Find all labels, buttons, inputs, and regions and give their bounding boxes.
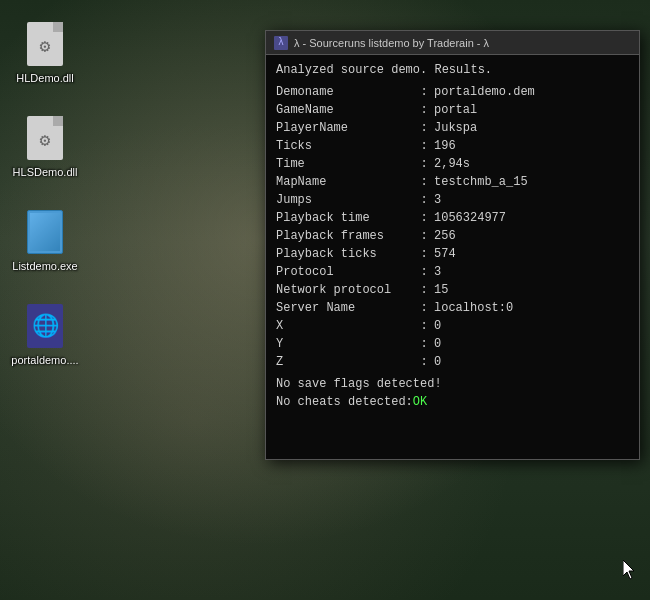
terminal-data-row: Server Name: localhost:0 (276, 299, 629, 317)
row-separator: : (414, 173, 434, 191)
terminal-body[interactable]: Analyzed source demo. Results. Demoname:… (266, 55, 639, 459)
row-value: 256 (434, 227, 456, 245)
row-label: Demoname (276, 83, 414, 101)
terminal-title: λ - Sourceruns listdemo by Traderain - λ (294, 37, 631, 49)
listdemo-exe-label: Listdemo.exe (12, 260, 77, 272)
terminal-data-row: GameName: portal (276, 101, 629, 119)
row-value: 15 (434, 281, 448, 299)
row-value: 2,94s (434, 155, 470, 173)
desktop-icons: ⚙ HLDemo.dll ⚙ HLSDemo.dll Listdemo.exe … (0, 0, 90, 386)
row-value: 574 (434, 245, 456, 263)
row-value: 0 (434, 317, 441, 335)
row-label: Time (276, 155, 414, 173)
no-cheats-prefix: No cheats detected: (276, 393, 413, 411)
footer-no-cheats: No cheats detected: OK (276, 393, 629, 411)
row-label: MapName (276, 173, 414, 191)
globe-icon (27, 304, 63, 348)
footer-no-save: No save flags detected! (276, 375, 629, 393)
terminal-icon: λ (274, 36, 288, 50)
terminal-data-row: PlayerName: Jukspa (276, 119, 629, 137)
terminal-data-row: Jumps: 3 (276, 191, 629, 209)
row-label: Network protocol (276, 281, 414, 299)
row-value: testchmb_a_15 (434, 173, 528, 191)
row-label: Z (276, 353, 414, 371)
hldemo-dll-image: ⚙ (25, 20, 65, 68)
row-label: Playback time (276, 209, 414, 227)
row-separator: : (414, 335, 434, 353)
row-value: portal (434, 101, 477, 119)
terminal-rows: Demoname: portaldemo.demGameName: portal… (276, 83, 629, 371)
row-separator: : (414, 209, 434, 227)
row-label: Server Name (276, 299, 414, 317)
row-separator: : (414, 263, 434, 281)
terminal-data-row: Y: 0 (276, 335, 629, 353)
row-separator: : (414, 83, 434, 101)
row-value: 196 (434, 137, 456, 155)
file-gear-icon: ⚙ (27, 22, 63, 66)
row-label: Ticks (276, 137, 414, 155)
terminal-data-row: Z: 0 (276, 353, 629, 371)
terminal-titlebar[interactable]: λ λ - Sourceruns listdemo by Traderain -… (266, 31, 639, 55)
terminal-window: λ λ - Sourceruns listdemo by Traderain -… (265, 30, 640, 460)
row-separator: : (414, 119, 434, 137)
terminal-data-row: Network protocol: 15 (276, 281, 629, 299)
no-cheats-ok: OK (413, 393, 427, 411)
file-gear-icon-2: ⚙ (27, 116, 63, 160)
portaldemo-icon[interactable]: portaldemo.... (10, 302, 80, 366)
row-label: GameName (276, 101, 414, 119)
row-separator: : (414, 227, 434, 245)
hlsdemo-dll-image: ⚙ (25, 114, 65, 162)
row-separator: : (414, 299, 434, 317)
terminal-data-row: Playback ticks: 574 (276, 245, 629, 263)
terminal-data-row: Time: 2,94s (276, 155, 629, 173)
row-separator: : (414, 191, 434, 209)
hldemo-dll-label: HLDemo.dll (16, 72, 73, 84)
portaldemo-label: portaldemo.... (11, 354, 78, 366)
terminal-data-row: Protocol: 3 (276, 263, 629, 281)
terminal-data-row: Playback frames: 256 (276, 227, 629, 245)
row-label: PlayerName (276, 119, 414, 137)
terminal-header: Analyzed source demo. Results. (276, 63, 629, 77)
row-value: 1056324977 (434, 209, 506, 227)
listdemo-exe-icon[interactable]: Listdemo.exe (10, 208, 80, 272)
hldemo-dll-icon[interactable]: ⚙ HLDemo.dll (10, 20, 80, 84)
row-separator: : (414, 155, 434, 173)
row-value: 3 (434, 191, 441, 209)
row-label: X (276, 317, 414, 335)
row-label: Playback ticks (276, 245, 414, 263)
row-separator: : (414, 137, 434, 155)
portaldemo-image (25, 302, 65, 350)
row-value: portaldemo.dem (434, 83, 535, 101)
row-value: 0 (434, 335, 441, 353)
terminal-data-row: Demoname: portaldemo.dem (276, 83, 629, 101)
row-label: Y (276, 335, 414, 353)
row-value: 3 (434, 263, 441, 281)
svg-marker-0 (623, 560, 634, 579)
terminal-data-row: X: 0 (276, 317, 629, 335)
row-separator: : (414, 353, 434, 371)
hlsdemo-dll-label: HLSDemo.dll (13, 166, 78, 178)
row-value: localhost:0 (434, 299, 513, 317)
row-value: 0 (434, 353, 441, 371)
terminal-data-row: Ticks: 196 (276, 137, 629, 155)
cursor-arrow-icon (623, 560, 637, 580)
exe-icon (27, 210, 63, 254)
row-separator: : (414, 245, 434, 263)
listdemo-exe-image (25, 208, 65, 256)
no-save-text: No save flags detected! (276, 375, 442, 393)
terminal-data-row: Playback time: 1056324977 (276, 209, 629, 227)
row-value: Jukspa (434, 119, 477, 137)
row-label: Protocol (276, 263, 414, 281)
row-label: Jumps (276, 191, 414, 209)
terminal-data-row: MapName: testchmb_a_15 (276, 173, 629, 191)
row-label: Playback frames (276, 227, 414, 245)
row-separator: : (414, 317, 434, 335)
row-separator: : (414, 101, 434, 119)
row-separator: : (414, 281, 434, 299)
hlsdemo-dll-icon[interactable]: ⚙ HLSDemo.dll (10, 114, 80, 178)
mouse-cursor (623, 560, 635, 580)
